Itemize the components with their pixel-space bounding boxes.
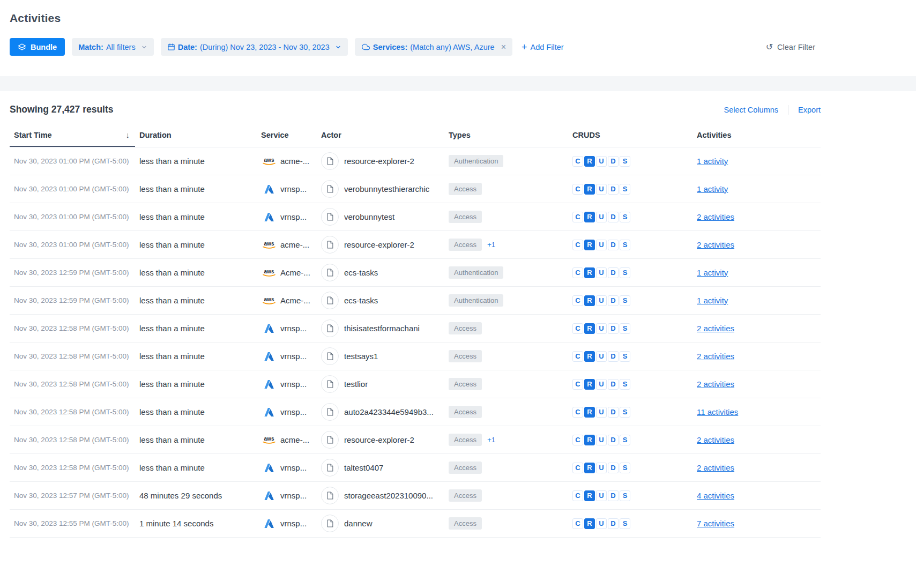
activity-row[interactable]: Nov 30, 2023 12:59 PM (GMT-5:00) less th… <box>10 259 821 287</box>
remove-services-filter-icon[interactable]: × <box>501 43 506 51</box>
match-filter-value: All filters <box>106 43 136 51</box>
activities-link[interactable]: 7 activities <box>697 519 734 528</box>
crud-u-indicator: U <box>596 323 607 334</box>
types-cell: Access <box>444 378 568 390</box>
cruds-cell: CRUDS <box>568 351 692 362</box>
start-time-cell: Nov 30, 2023 12:59 PM (GMT-5:00) <box>10 296 135 304</box>
column-header-cruds[interactable]: CRUDS <box>568 128 692 147</box>
document-icon <box>321 347 339 365</box>
crud-r-indicator: R <box>584 490 595 501</box>
service-name: Acme-... <box>280 296 310 305</box>
activities-link[interactable]: 1 activity <box>697 296 728 305</box>
type-badge: Access <box>449 462 482 474</box>
add-filter-button[interactable]: + Add Filter <box>519 42 566 52</box>
type-badge: Access <box>449 322 482 334</box>
activity-row[interactable]: Nov 30, 2023 12:58 PM (GMT-5:00) less th… <box>10 454 821 482</box>
activities-link[interactable]: 1 activity <box>697 184 728 193</box>
service-cell: aws vrnsp... <box>257 324 317 333</box>
service-name: vrnsp... <box>280 491 307 500</box>
actor-name: taltest0407 <box>344 463 383 472</box>
document-icon <box>321 319 339 337</box>
svg-text:aws: aws <box>264 296 274 302</box>
crud-s-indicator: S <box>620 295 630 306</box>
service-provider-icon: aws <box>261 435 277 444</box>
actor-name: resource-explorer-2 <box>344 435 414 444</box>
type-badge: Authentication <box>449 155 503 167</box>
activities-link[interactable]: 2 activities <box>697 435 734 444</box>
actor-cell: dannew <box>317 515 444 532</box>
actor-name: resource-explorer-2 <box>344 240 414 249</box>
crud-s-indicator: S <box>620 184 630 195</box>
activity-row[interactable]: Nov 30, 2023 01:00 PM (GMT-5:00) less th… <box>10 231 821 259</box>
activities-link[interactable]: 2 activities <box>697 352 734 361</box>
types-extra-count[interactable]: +1 <box>487 241 495 249</box>
type-badge: Authentication <box>449 266 503 279</box>
activities-link[interactable]: 2 activities <box>697 240 734 249</box>
document-icon <box>321 180 339 198</box>
activities-table: Start Time ↓ Duration Service Actor Type… <box>10 127 821 538</box>
activities-link[interactable]: 2 activities <box>697 324 734 333</box>
column-header-service[interactable]: Service <box>257 128 317 147</box>
crud-s-indicator: S <box>620 240 630 250</box>
activities-link[interactable]: 11 activities <box>697 407 738 416</box>
activity-row[interactable]: Nov 30, 2023 12:58 PM (GMT-5:00) less th… <box>10 398 821 426</box>
bundle-layers-icon <box>18 43 26 51</box>
service-name: vrnsp... <box>280 352 307 361</box>
crud-s-indicator: S <box>620 435 630 445</box>
activity-row[interactable]: Nov 30, 2023 12:57 PM (GMT-5:00) 48 minu… <box>10 482 821 510</box>
date-filter-dropdown[interactable]: Date: (During) Nov 23, 2023 - Nov 30, 20… <box>161 38 348 56</box>
column-header-actor[interactable]: Actor <box>317 128 444 147</box>
table-header-row: Start Time ↓ Duration Service Actor Type… <box>10 127 821 147</box>
export-link[interactable]: Export <box>798 106 821 114</box>
clear-filter-button[interactable]: ↺ Clear Filter <box>763 42 818 52</box>
crud-u-indicator: U <box>596 240 607 250</box>
activities-link[interactable]: 2 activities <box>697 379 734 389</box>
crud-u-indicator: U <box>596 407 607 418</box>
crud-s-indicator: S <box>620 323 630 334</box>
activity-row[interactable]: Nov 30, 2023 12:59 PM (GMT-5:00) less th… <box>10 287 821 315</box>
activity-row[interactable]: Nov 30, 2023 12:55 PM (GMT-5:00) 1 minut… <box>10 510 821 538</box>
activity-row[interactable]: Nov 30, 2023 01:00 PM (GMT-5:00) less th… <box>10 147 821 175</box>
duration-cell: less than a minute <box>135 296 257 305</box>
types-extra-count[interactable]: +1 <box>487 436 495 444</box>
type-badge: Access <box>449 489 482 502</box>
column-header-activities[interactable]: Activities <box>692 128 821 147</box>
activities-link[interactable]: 2 activities <box>697 212 734 221</box>
crud-c-indicator: C <box>572 379 583 390</box>
actor-name: testsays1 <box>344 352 378 361</box>
types-cell: Authentication <box>444 155 568 167</box>
activities-link[interactable]: 1 activity <box>697 157 728 166</box>
activities-link[interactable]: 1 activity <box>697 268 728 277</box>
activity-row[interactable]: Nov 30, 2023 01:00 PM (GMT-5:00) less th… <box>10 175 821 203</box>
bundle-button[interactable]: Bundle <box>10 38 65 56</box>
activities-link[interactable]: 2 activities <box>697 463 734 472</box>
azure-icon <box>264 185 274 193</box>
results-section: Showing 27,427 results Select Columns Ex… <box>0 104 916 559</box>
document-icon <box>321 431 339 449</box>
service-cell: aws vrnsp... <box>257 463 317 472</box>
match-filter-dropdown[interactable]: Match: All filters <box>72 38 154 56</box>
activity-row[interactable]: Nov 30, 2023 12:58 PM (GMT-5:00) less th… <box>10 343 821 370</box>
activity-row[interactable]: Nov 30, 2023 12:58 PM (GMT-5:00) less th… <box>10 370 821 398</box>
type-badge: Access <box>449 211 482 223</box>
activities-link[interactable]: 4 activities <box>697 491 734 500</box>
aws-icon: aws <box>261 268 277 277</box>
add-filter-label: Add Filter <box>531 43 564 51</box>
aws-icon: aws <box>261 435 277 444</box>
activity-row[interactable]: Nov 30, 2023 12:58 PM (GMT-5:00) less th… <box>10 315 821 343</box>
document-icon <box>321 515 339 532</box>
column-header-types[interactable]: Types <box>444 128 568 147</box>
actor-cell: taltest0407 <box>317 459 444 477</box>
azure-icon <box>264 352 274 361</box>
activity-row[interactable]: Nov 30, 2023 12:58 PM (GMT-5:00) less th… <box>10 426 821 454</box>
crud-u-indicator: U <box>596 267 607 278</box>
column-header-duration[interactable]: Duration <box>135 128 257 147</box>
services-filter-chip[interactable]: Services: (Match any) AWS, Azure × <box>355 38 512 56</box>
activity-row[interactable]: Nov 30, 2023 01:00 PM (GMT-5:00) less th… <box>10 203 821 231</box>
start-time-cell: Nov 30, 2023 01:00 PM (GMT-5:00) <box>10 241 135 249</box>
actor-name: verobunnytesthierarchic <box>344 184 429 193</box>
select-columns-link[interactable]: Select Columns <box>724 106 779 114</box>
column-header-start-time[interactable]: Start Time ↓ <box>10 127 135 147</box>
crud-c-indicator: C <box>572 490 583 501</box>
crud-s-indicator: S <box>620 267 630 278</box>
